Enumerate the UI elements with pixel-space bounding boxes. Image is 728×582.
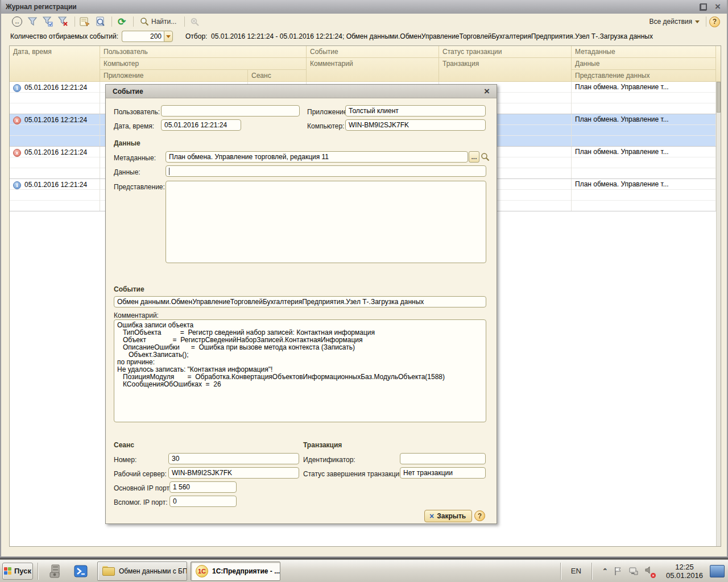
open-event-card-button[interactable] bbox=[78, 15, 92, 28]
table-header: Дата, время Пользователь Компьютер Прило… bbox=[10, 46, 716, 82]
transaction-id-label: Идентификатор: bbox=[303, 456, 355, 464]
column-header-metadata[interactable]: Метаданные bbox=[572, 46, 716, 58]
taskbar-separator bbox=[592, 563, 592, 580]
scrollbar-thumb[interactable] bbox=[717, 82, 721, 113]
set-period-button[interactable]: ↔ bbox=[10, 15, 24, 28]
close-dialog-button[interactable]: × Закрыть bbox=[424, 510, 472, 522]
datetime-label: Дата, время: bbox=[114, 122, 154, 130]
close-button-label: Закрыть bbox=[437, 512, 466, 520]
dialog-title: Событие bbox=[113, 88, 143, 95]
info-icon bbox=[13, 181, 21, 189]
view-data-button[interactable] bbox=[93, 15, 107, 28]
datetime-field[interactable]: 05.01.2016 12:21:24 bbox=[161, 119, 241, 131]
show-desktop-button[interactable] bbox=[710, 565, 725, 577]
computer-label: Компьютер: bbox=[307, 122, 344, 130]
row-datetime: 05.01.2016 12:21:24 bbox=[24, 116, 87, 124]
server-manager-icon[interactable] bbox=[48, 564, 63, 579]
dialog-help-button[interactable]: ? bbox=[474, 510, 485, 521]
dialog-close-button[interactable]: × bbox=[484, 88, 490, 95]
main-ip-port-field[interactable]: 1 560 bbox=[169, 481, 237, 493]
column-header-data-presentation[interactable]: Представление данных bbox=[572, 70, 716, 82]
network-icon[interactable] bbox=[628, 567, 639, 576]
all-actions-button[interactable]: Все действия bbox=[646, 16, 703, 27]
taskbar-item-1c-enterprise[interactable]: 1С 1С:Предприятие - ... bbox=[191, 562, 280, 581]
event-section-title: Событие bbox=[114, 285, 144, 293]
volume-muted-icon[interactable]: × bbox=[644, 566, 653, 576]
event-count-label: Количество отбираемых событий: bbox=[10, 32, 118, 40]
vertical-scrollbar[interactable] bbox=[716, 82, 721, 546]
column-header-computer[interactable]: Компьютер bbox=[100, 58, 307, 70]
column-header-transaction[interactable]: Транзакция bbox=[439, 58, 572, 82]
start-button[interactable]: Пуск bbox=[2, 563, 33, 580]
transaction-status-label: Статус завершения транзакции: bbox=[303, 470, 405, 478]
row-datetime: 05.01.2016 12:21:24 bbox=[24, 181, 87, 189]
cancel-search-button bbox=[188, 15, 201, 28]
aux-ip-port-field[interactable]: 0 bbox=[169, 496, 237, 507]
metadata-more-button[interactable]: ... bbox=[469, 151, 479, 163]
period-icon: ↔ bbox=[12, 16, 22, 27]
comment-field[interactable]: Ошибка записи объекта ТипОбъекта = Регис… bbox=[114, 319, 486, 422]
user-field[interactable] bbox=[161, 105, 300, 117]
close-window-button[interactable]: × bbox=[713, 2, 722, 11]
event-field[interactable]: Обмен данными.ОбменУправлениеТорговлейБу… bbox=[114, 296, 486, 307]
journal-toolbar: ↔ ⟳ Найти... Все действия bbox=[2, 14, 726, 30]
transaction-status-field[interactable]: Нет транзакции bbox=[400, 467, 486, 479]
filter-button[interactable] bbox=[26, 15, 39, 28]
clear-filter-icon bbox=[58, 16, 68, 27]
taskbar-item-exchange-folder[interactable]: Обмен данными с БП bbox=[97, 562, 187, 581]
toolbar-separator bbox=[111, 16, 112, 27]
event-count-input[interactable]: 200 bbox=[122, 31, 164, 42]
session-section-title: Сеанс bbox=[114, 441, 134, 449]
filter-row: Количество отбираемых событий: 200 Отбор… bbox=[2, 30, 726, 43]
window-titlebar: Журнал регистрации × bbox=[1, 0, 727, 14]
metadata-field[interactable]: План обмена. Управление торговлей, редак… bbox=[166, 151, 468, 163]
session-number-field[interactable]: 30 bbox=[168, 453, 299, 464]
set-filter-button[interactable] bbox=[41, 15, 55, 28]
data-section-title: Данные bbox=[114, 139, 140, 147]
column-header-application[interactable]: Приложение bbox=[100, 70, 248, 82]
clear-filter-button[interactable] bbox=[56, 15, 70, 28]
language-indicator[interactable]: EN bbox=[565, 567, 587, 575]
header-scroll-pad bbox=[716, 46, 721, 82]
event-count-dropdown-button[interactable] bbox=[164, 31, 173, 42]
metadata-search-icon[interactable] bbox=[481, 152, 490, 161]
column-header-user[interactable]: Пользователь bbox=[100, 46, 307, 58]
refresh-icon: ⟳ bbox=[118, 17, 126, 27]
presentation-label: Представление: bbox=[114, 183, 165, 191]
column-header-session[interactable]: Сеанс bbox=[248, 70, 307, 82]
aux-ip-port-label: Вспомог. IP порт: bbox=[114, 498, 168, 506]
toolbar-separator bbox=[133, 16, 134, 27]
column-header-event[interactable]: Событие bbox=[307, 46, 439, 58]
restore-window-button[interactable] bbox=[698, 2, 708, 11]
row-metadata: План обмена. Управление т... bbox=[572, 147, 716, 178]
toolbar-separator bbox=[706, 16, 706, 27]
filter-icon bbox=[27, 16, 38, 27]
search-icon bbox=[140, 17, 149, 26]
application-label: Приложение: bbox=[307, 108, 349, 116]
transaction-id-field[interactable] bbox=[400, 453, 486, 464]
column-header-comment[interactable]: Комментарий bbox=[307, 58, 439, 82]
comment-label: Комментарий: bbox=[114, 311, 159, 319]
session-number-label: Номер: bbox=[114, 456, 136, 464]
taskbar-item-label: Обмен данными с БП bbox=[119, 567, 187, 575]
presentation-field[interactable] bbox=[166, 181, 486, 263]
close-x-icon: × bbox=[429, 512, 434, 521]
action-center-flag-icon[interactable] bbox=[614, 567, 623, 576]
working-server-field[interactable]: WIN-BM9I2SJK7FK bbox=[168, 467, 299, 479]
chevron-down-icon bbox=[695, 20, 700, 23]
refresh-button[interactable]: ⟳ bbox=[115, 15, 129, 28]
help-button[interactable]: ? bbox=[709, 16, 720, 27]
tray-time: 12:25 bbox=[666, 563, 703, 571]
data-field[interactable] bbox=[166, 165, 486, 177]
column-header-datetime[interactable]: Дата, время bbox=[10, 46, 100, 82]
application-field[interactable]: Толстый клиент bbox=[345, 105, 486, 117]
find-button[interactable]: Найти... bbox=[136, 15, 180, 28]
tray-clock[interactable]: 12:25 05.01.2016 bbox=[659, 563, 710, 580]
tray-expand-icon[interactable]: ⌃ bbox=[602, 567, 608, 575]
cancel-search-icon bbox=[190, 17, 200, 27]
column-header-data[interactable]: Данные bbox=[572, 58, 716, 70]
computer-field[interactable]: WIN-BM9I2SJK7FK bbox=[345, 119, 486, 131]
row-datetime: 05.01.2016 12:21:24 bbox=[24, 148, 87, 156]
column-header-transaction-status[interactable]: Статус транзакции bbox=[439, 46, 572, 58]
powershell-icon[interactable] bbox=[73, 564, 88, 579]
